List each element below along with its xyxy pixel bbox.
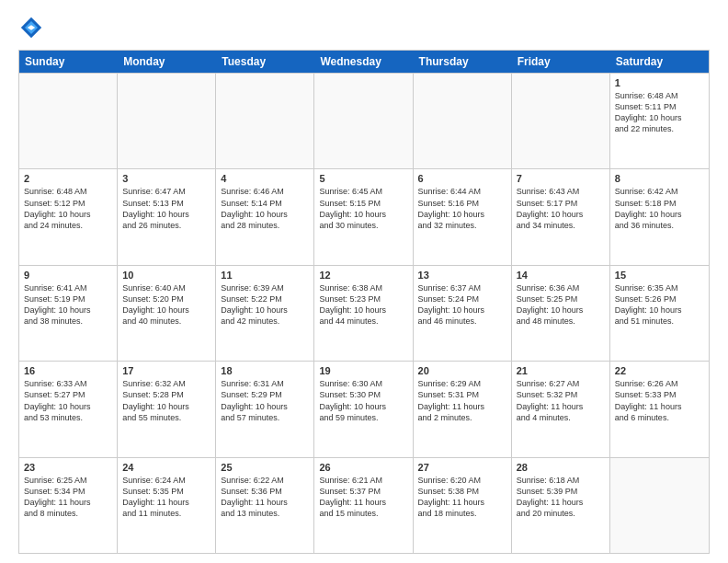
day-info-5: Sunrise: 6:45 AM Sunset: 5:15 PM Dayligh… [319, 186, 407, 231]
cal-cell-w2-d3: 12Sunrise: 6:38 AM Sunset: 5:23 PM Dayli… [314, 266, 413, 361]
day-number-16: 16 [24, 365, 112, 376]
calendar-header: Sunday Monday Tuesday Wednesday Thursday… [19, 51, 709, 73]
day-info-18: Sunrise: 6:31 AM Sunset: 5:29 PM Dayligh… [221, 378, 309, 423]
day-info-24: Sunrise: 6:24 AM Sunset: 5:35 PM Dayligh… [122, 475, 210, 520]
header-tuesday: Tuesday [216, 51, 314, 73]
day-number-28: 28 [517, 462, 605, 473]
cal-cell-w2-d6: 15Sunrise: 6:35 AM Sunset: 5:26 PM Dayli… [610, 266, 709, 361]
day-info-3: Sunrise: 6:47 AM Sunset: 5:13 PM Dayligh… [122, 186, 210, 231]
cal-cell-w1-d0: 2Sunrise: 6:48 AM Sunset: 5:12 PM Daylig… [19, 169, 118, 264]
day-number-19: 19 [319, 365, 407, 376]
day-number-6: 6 [418, 173, 506, 184]
cal-cell-w0-d4 [414, 74, 512, 168]
day-info-22: Sunrise: 6:26 AM Sunset: 5:33 PM Dayligh… [615, 378, 704, 423]
header-sunday: Sunday [19, 51, 118, 73]
week-row-4: 23Sunrise: 6:25 AM Sunset: 5:34 PM Dayli… [19, 457, 709, 553]
day-info-6: Sunrise: 6:44 AM Sunset: 5:16 PM Dayligh… [418, 186, 506, 231]
cal-cell-w1-d1: 3Sunrise: 6:47 AM Sunset: 5:13 PM Daylig… [118, 169, 216, 264]
day-number-2: 2 [24, 173, 112, 184]
day-info-27: Sunrise: 6:20 AM Sunset: 5:38 PM Dayligh… [418, 475, 506, 520]
cal-cell-w3-d6: 22Sunrise: 6:26 AM Sunset: 5:33 PM Dayli… [610, 362, 709, 456]
cal-cell-w4-d3: 26Sunrise: 6:21 AM Sunset: 5:37 PM Dayli… [314, 458, 413, 553]
day-info-12: Sunrise: 6:38 AM Sunset: 5:23 PM Dayligh… [319, 282, 407, 327]
day-info-1: Sunrise: 6:48 AM Sunset: 5:11 PM Dayligh… [615, 90, 704, 135]
day-number-13: 13 [418, 270, 506, 281]
cal-cell-w3-d2: 18Sunrise: 6:31 AM Sunset: 5:29 PM Dayli… [216, 362, 314, 456]
cal-cell-w1-d5: 7Sunrise: 6:43 AM Sunset: 5:17 PM Daylig… [512, 169, 610, 264]
day-number-25: 25 [221, 462, 309, 473]
day-number-21: 21 [517, 365, 605, 376]
day-number-22: 22 [615, 365, 704, 376]
cal-cell-w1-d6: 8Sunrise: 6:42 AM Sunset: 5:18 PM Daylig… [610, 169, 709, 264]
day-info-23: Sunrise: 6:25 AM Sunset: 5:34 PM Dayligh… [24, 475, 112, 520]
day-number-7: 7 [517, 173, 605, 184]
cal-cell-w2-d4: 13Sunrise: 6:37 AM Sunset: 5:24 PM Dayli… [414, 266, 512, 361]
day-number-26: 26 [319, 462, 407, 473]
day-number-24: 24 [122, 462, 210, 473]
day-number-11: 11 [221, 270, 309, 281]
day-number-10: 10 [122, 270, 210, 281]
cal-cell-w2-d2: 11Sunrise: 6:39 AM Sunset: 5:22 PM Dayli… [216, 266, 314, 361]
calendar: Sunday Monday Tuesday Wednesday Thursday… [18, 50, 710, 554]
day-info-15: Sunrise: 6:35 AM Sunset: 5:26 PM Dayligh… [615, 282, 704, 327]
logo-icon [18, 15, 44, 40]
day-info-20: Sunrise: 6:29 AM Sunset: 5:31 PM Dayligh… [418, 378, 506, 423]
week-row-2: 9Sunrise: 6:41 AM Sunset: 5:19 PM Daylig… [19, 265, 709, 361]
cal-cell-w0-d0 [19, 74, 118, 168]
week-row-1: 2Sunrise: 6:48 AM Sunset: 5:12 PM Daylig… [19, 168, 709, 264]
cal-cell-w4-d5: 28Sunrise: 6:18 AM Sunset: 5:39 PM Dayli… [512, 458, 610, 553]
day-number-12: 12 [319, 270, 407, 281]
cal-cell-w3-d3: 19Sunrise: 6:30 AM Sunset: 5:30 PM Dayli… [314, 362, 413, 456]
day-number-5: 5 [319, 173, 407, 184]
cal-cell-w3-d5: 21Sunrise: 6:27 AM Sunset: 5:32 PM Dayli… [512, 362, 610, 456]
cal-cell-w0-d5 [512, 74, 610, 168]
cal-cell-w4-d0: 23Sunrise: 6:25 AM Sunset: 5:34 PM Dayli… [19, 458, 118, 553]
logo [18, 15, 48, 40]
day-number-23: 23 [24, 462, 112, 473]
cal-cell-w0-d3 [314, 74, 413, 168]
cal-cell-w3-d0: 16Sunrise: 6:33 AM Sunset: 5:27 PM Dayli… [19, 362, 118, 456]
day-info-25: Sunrise: 6:22 AM Sunset: 5:36 PM Dayligh… [221, 475, 309, 520]
day-info-4: Sunrise: 6:46 AM Sunset: 5:14 PM Dayligh… [221, 186, 309, 231]
week-row-0: 1Sunrise: 6:48 AM Sunset: 5:11 PM Daylig… [19, 73, 709, 168]
day-info-21: Sunrise: 6:27 AM Sunset: 5:32 PM Dayligh… [517, 378, 605, 423]
cal-cell-w4-d1: 24Sunrise: 6:24 AM Sunset: 5:35 PM Dayli… [118, 458, 216, 553]
day-info-28: Sunrise: 6:18 AM Sunset: 5:39 PM Dayligh… [517, 475, 605, 520]
cal-cell-w4-d2: 25Sunrise: 6:22 AM Sunset: 5:36 PM Dayli… [216, 458, 314, 553]
day-info-14: Sunrise: 6:36 AM Sunset: 5:25 PM Dayligh… [517, 282, 605, 327]
cal-cell-w2-d0: 9Sunrise: 6:41 AM Sunset: 5:19 PM Daylig… [19, 266, 118, 361]
cal-cell-w3-d1: 17Sunrise: 6:32 AM Sunset: 5:28 PM Dayli… [118, 362, 216, 456]
day-info-7: Sunrise: 6:43 AM Sunset: 5:17 PM Dayligh… [517, 186, 605, 231]
calendar-body: 1Sunrise: 6:48 AM Sunset: 5:11 PM Daylig… [19, 73, 709, 553]
day-number-20: 20 [418, 365, 506, 376]
header [18, 15, 710, 40]
day-number-17: 17 [122, 365, 210, 376]
day-number-9: 9 [24, 270, 112, 281]
day-number-14: 14 [517, 270, 605, 281]
day-info-11: Sunrise: 6:39 AM Sunset: 5:22 PM Dayligh… [221, 282, 309, 327]
cal-cell-w4-d6 [610, 458, 709, 553]
header-saturday: Saturday [610, 51, 709, 73]
day-number-15: 15 [615, 270, 704, 281]
week-row-3: 16Sunrise: 6:33 AM Sunset: 5:27 PM Dayli… [19, 361, 709, 456]
day-info-10: Sunrise: 6:40 AM Sunset: 5:20 PM Dayligh… [122, 282, 210, 327]
day-number-27: 27 [418, 462, 506, 473]
cal-cell-w0-d1 [118, 74, 216, 168]
day-number-4: 4 [221, 173, 309, 184]
header-wednesday: Wednesday [314, 51, 413, 73]
cal-cell-w1-d2: 4Sunrise: 6:46 AM Sunset: 5:14 PM Daylig… [216, 169, 314, 264]
header-monday: Monday [118, 51, 216, 73]
header-thursday: Thursday [414, 51, 512, 73]
day-info-19: Sunrise: 6:30 AM Sunset: 5:30 PM Dayligh… [319, 378, 407, 423]
day-info-2: Sunrise: 6:48 AM Sunset: 5:12 PM Dayligh… [24, 186, 112, 231]
cal-cell-w2-d1: 10Sunrise: 6:40 AM Sunset: 5:20 PM Dayli… [118, 266, 216, 361]
cal-cell-w2-d5: 14Sunrise: 6:36 AM Sunset: 5:25 PM Dayli… [512, 266, 610, 361]
page: Sunday Monday Tuesday Wednesday Thursday… [0, 0, 728, 563]
day-info-17: Sunrise: 6:32 AM Sunset: 5:28 PM Dayligh… [122, 378, 210, 423]
day-number-3: 3 [122, 173, 210, 184]
cal-cell-w0-d6: 1Sunrise: 6:48 AM Sunset: 5:11 PM Daylig… [610, 74, 709, 168]
cal-cell-w4-d4: 27Sunrise: 6:20 AM Sunset: 5:38 PM Dayli… [414, 458, 512, 553]
day-info-26: Sunrise: 6:21 AM Sunset: 5:37 PM Dayligh… [319, 475, 407, 520]
cal-cell-w0-d2 [216, 74, 314, 168]
day-number-8: 8 [615, 173, 704, 184]
